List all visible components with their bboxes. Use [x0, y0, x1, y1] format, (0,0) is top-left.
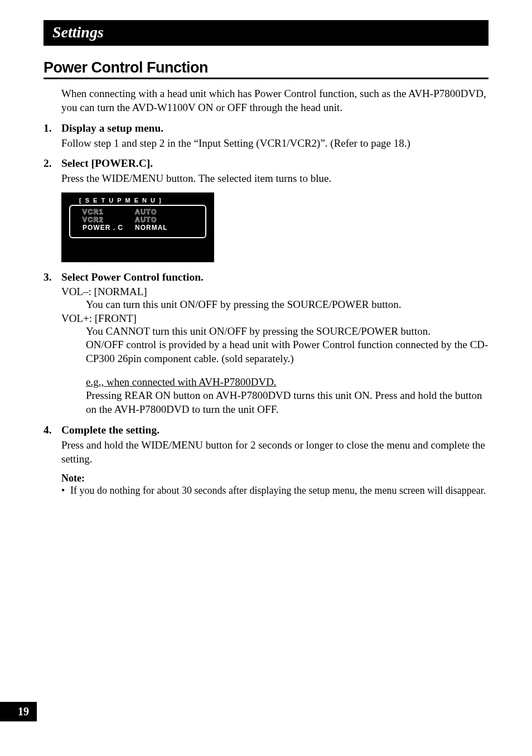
step-number: 3. — [43, 271, 61, 283]
step-2: 2. Select [POWER.C]. Press the WIDE/MENU… — [43, 157, 489, 186]
step-title: Select [POWER.C]. — [61, 157, 489, 170]
menu-value: AUTO — [135, 208, 157, 216]
example-title: e.g., when connected with AVH-P7800DVD. — [86, 375, 489, 389]
step-1: 1. Display a setup menu. Follow step 1 a… — [43, 122, 489, 151]
setup-menu-screenshot: [ S E T U P M E N U ] VCR1 AUTO VCR2 AUT… — [61, 192, 214, 262]
step-title: Select Power Control function. — [61, 271, 489, 283]
example-desc: Pressing REAR ON button on AVH-P7800DVD … — [86, 389, 489, 416]
step-number: 4. — [43, 424, 61, 436]
step-title: Complete the setting. — [61, 424, 489, 436]
menu-label: VCR2 — [83, 216, 135, 224]
step-body: Press the WIDE/MENU button. The selected… — [61, 172, 489, 186]
step-title: Display a setup menu. — [61, 122, 489, 134]
setup-menu-inner: VCR1 AUTO VCR2 AUTO POWER . C NORMAL — [69, 205, 206, 238]
menu-row: POWER . C NORMAL — [83, 224, 193, 232]
bullet-icon: • — [61, 484, 70, 497]
step-number: 1. — [43, 122, 61, 134]
menu-label: VCR1 — [83, 208, 135, 216]
vol-plus-desc: ON/OFF control is provided by a head uni… — [86, 338, 489, 365]
menu-value: NORMAL — [135, 224, 168, 232]
header-bar: Settings — [43, 20, 489, 46]
step-number: 2. — [43, 157, 61, 170]
note-label: Note: — [61, 473, 489, 484]
step-3: 3. Select Power Control function. VOL–: … — [43, 271, 489, 416]
section-title: Power Control Function — [43, 59, 489, 79]
menu-row: VCR2 AUTO — [83, 216, 193, 224]
intro-text: When connecting with a head unit which h… — [61, 87, 489, 114]
step-body: Press and hold the WIDE/MENU button for … — [61, 439, 489, 466]
menu-row: VCR1 AUTO — [83, 208, 193, 216]
vol-minus-desc: You can turn this unit ON/OFF by pressin… — [86, 298, 489, 311]
step-body: Follow step 1 and step 2 in the “Input S… — [61, 137, 489, 151]
page-number: 19 — [0, 702, 37, 721]
note-text: If you do nothing for about 30 seconds a… — [70, 484, 486, 497]
vol-minus-label: VOL–: [NORMAL] — [61, 286, 489, 298]
note-list: • If you do nothing for about 30 seconds… — [61, 484, 489, 497]
step-4: 4. Complete the setting. Press and hold … — [43, 424, 489, 466]
vol-plus-label: VOL+: [FRONT] — [61, 312, 489, 325]
setup-menu-title: [ S E T U P M E N U ] — [69, 197, 206, 204]
vol-plus-desc: You CANNOT turn this unit ON/OFF by pres… — [86, 325, 489, 338]
menu-label: POWER . C — [83, 224, 135, 232]
menu-value: AUTO — [135, 216, 157, 224]
